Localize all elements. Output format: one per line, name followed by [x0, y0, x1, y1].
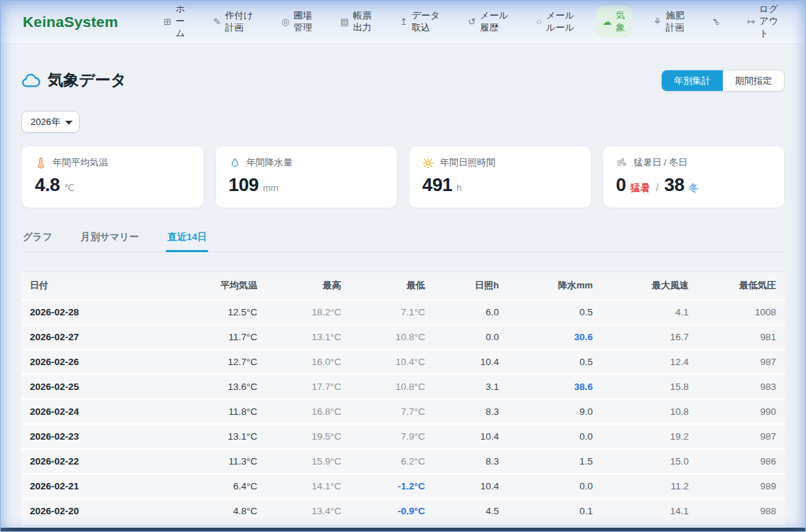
year-select-wrap: 2026年	[21, 111, 785, 133]
cell-avg-temp: 4.8°C	[182, 499, 266, 523]
cell-min-temp: 10.8°C	[350, 374, 434, 399]
cell-wind: 19.2	[601, 424, 697, 449]
sun-icon	[422, 157, 434, 169]
cell-wind: 11.2	[601, 474, 697, 499]
cloud-icon	[21, 71, 41, 90]
cell-min-temp: 10.4°C	[350, 349, 434, 374]
tab-monthly-summary[interactable]: 月別サマリー	[79, 228, 140, 251]
weather-table: 日付 平均気温 最高 最低 日照h 降水mm 最大風速 最低気圧 2026-02…	[21, 271, 785, 532]
table-header-row: 日付 平均気温 最高 最低 日照h 降水mm 最大風速 最低気圧	[21, 272, 785, 300]
cell-sunshine: 10.4	[434, 349, 507, 374]
cell-sunshine: 10.4	[434, 474, 507, 499]
tab-graph[interactable]: グラフ	[21, 228, 53, 251]
column-header: 平均気温	[182, 272, 266, 300]
cell-rain: 30.6	[507, 325, 601, 349]
column-header: 降水mm	[507, 272, 601, 300]
stat-card-sunshine: 年間日照時間 491 h	[409, 146, 591, 208]
cell-pressure: 986	[697, 449, 785, 474]
nav-item-home[interactable]: ⊞ ホ ー ム	[157, 0, 191, 44]
cell-sunshine: 3.1	[434, 374, 507, 399]
toggle-period-button[interactable]: 期間指定	[723, 70, 784, 91]
cell-wind: 10.8	[601, 399, 697, 424]
title-row: 気象データ 年別集計 期間指定	[21, 70, 785, 92]
home-icon: ⊞	[163, 17, 171, 26]
circle-icon: ○	[537, 17, 542, 26]
nav: ⊞ ホ ー ム ✎ 作付け 計画 ◎ 圃場 管理 ▤ 帳票 出力 ↥ データ 取…	[157, 0, 785, 44]
brand-logo[interactable]: KeinaSystem	[23, 13, 118, 31]
cell-sunshine: 8.3	[434, 449, 507, 474]
cell-pressure: 981	[697, 325, 785, 349]
cell-wind: 16.7	[601, 325, 697, 349]
cell-pressure: 983	[697, 374, 785, 399]
table-row: 2026-02-20 4.8°C 13.4°C -0.9°C 4.5 0.1 1…	[21, 499, 785, 523]
year-select[interactable]: 2026年	[21, 111, 80, 133]
column-header: 日照h	[434, 272, 507, 300]
stat-card-extreme-days: 猛暑日 / 冬日 0 猛暑 / 38 冬	[603, 146, 785, 208]
nav-item-weather[interactable]: ☁ 気 象	[596, 6, 632, 38]
nav-item-logout[interactable]: ↦ ログ アウ ト	[741, 0, 785, 44]
table-row: 2026-02-21 6.4°C 14.1°C -1.2°C 10.4 0.0 …	[21, 474, 785, 499]
cell-pressure: 987	[697, 349, 785, 374]
cell-min-temp: 6.2°C	[350, 449, 434, 474]
nav-item-mail-history[interactable]: ↺ メール 履歴	[461, 6, 515, 38]
weather-table-wrap: 日付 平均気温 最高 最低 日照h 降水mm 最大風速 最低気圧 2026-02…	[21, 271, 785, 532]
cell-min-temp: 10.8°C	[350, 325, 434, 349]
cell-rain: 38.6	[507, 374, 601, 399]
cell-pressure: 1008	[697, 300, 785, 325]
table-row: 2026-02-27 11.7°C 13.1°C 10.8°C 0.0 30.6…	[21, 325, 785, 349]
cell-pressure: 987	[697, 424, 785, 449]
wind-icon	[616, 157, 628, 169]
cell-avg-temp: 6.4°C	[182, 474, 266, 499]
cell-date: 2026-02-22	[21, 449, 182, 474]
nav-item-fertilizer-plan[interactable]: ⚘ 施肥 計画	[647, 6, 691, 38]
main: 気象データ 年別集計 期間指定 2026年 年間平均気温	[0, 44, 806, 532]
cell-max-temp: 19.5°C	[266, 424, 350, 449]
cell-sunshine: 4.5	[434, 499, 507, 523]
stat-winter-days-label: 冬	[689, 182, 699, 195]
nav-item-field-management[interactable]: ◎ 圃場 管理	[275, 6, 318, 38]
sprout-icon: ⚘	[653, 17, 662, 26]
cell-wind: 12.4	[601, 349, 697, 374]
cell-avg-temp: 13.6°C	[182, 374, 266, 399]
column-header: 日付	[21, 272, 182, 300]
table-row: 2026-02-22 11.3°C 15.9°C 6.2°C 8.3 1.5 1…	[21, 449, 785, 474]
page-title-text: 気象データ	[48, 70, 127, 91]
app-window: KeinaSystem ⊞ ホ ー ム ✎ 作付け 計画 ◎ 圃場 管理 ▤ 帳…	[0, 0, 806, 532]
thermometer-icon	[35, 157, 47, 169]
cell-avg-temp: 11.7°C	[182, 325, 266, 349]
stat-label: 年間日照時間	[440, 156, 495, 169]
cell-max-temp: 18.2°C	[266, 300, 350, 325]
tab-recent-14days[interactable]: 直近14日	[166, 228, 208, 251]
cell-max-temp: 16.0°C	[266, 349, 350, 374]
cell-wind: 14.1	[601, 499, 697, 523]
page-title: 気象データ	[21, 70, 127, 91]
cell-pressure: 988	[697, 499, 785, 523]
nav-item-mail-rules[interactable]: ○ メール ルール	[530, 6, 581, 38]
history-icon: ↺	[468, 17, 475, 26]
toggle-yearly-button[interactable]: 年別集計	[662, 70, 723, 91]
table-body: 2026-02-28 12.5°C 18.2°C 7.1°C 6.0 0.5 4…	[21, 300, 785, 532]
cell-date: 2026-02-23	[21, 424, 182, 449]
cell-rain: 0.1	[507, 499, 601, 523]
cell-avg-temp: 12.7°C	[182, 349, 266, 374]
stat-label: 年間平均気温	[53, 156, 108, 169]
stat-unit: h	[456, 183, 461, 193]
table-row: 2026-02-28 12.5°C 18.2°C 7.1°C 6.0 0.5 4…	[21, 300, 785, 325]
column-header: 最低	[350, 272, 434, 300]
nav-item-planting-plan[interactable]: ✎ 作付け 計画	[207, 6, 259, 38]
nav-item-data-import[interactable]: ↥ データ 取込	[393, 6, 446, 38]
cell-max-temp: 13.4°C	[266, 499, 350, 523]
stat-winter-days-value: 38	[665, 174, 684, 196]
nav-item-password[interactable]: ⚷	[706, 13, 726, 31]
cell-rain: 1.5	[507, 449, 601, 474]
table-row: 2026-02-23 13.1°C 19.5°C 7.9°C 10.4 0.0 …	[21, 424, 785, 449]
cell-rain: 0.5	[507, 349, 601, 374]
pencil-icon: ✎	[213, 17, 221, 26]
cell-pressure: 990	[697, 399, 785, 424]
table-row: 2026-02-26 12.7°C 16.0°C 10.4°C 10.4 0.5…	[21, 349, 785, 374]
cell-wind: 15.8	[601, 374, 697, 399]
column-header: 最高	[266, 272, 350, 300]
cell-avg-temp: 11.3°C	[182, 449, 266, 474]
cell-rain: 9.0	[507, 399, 601, 424]
nav-item-report-output[interactable]: ▤ 帳票 出力	[334, 6, 378, 38]
